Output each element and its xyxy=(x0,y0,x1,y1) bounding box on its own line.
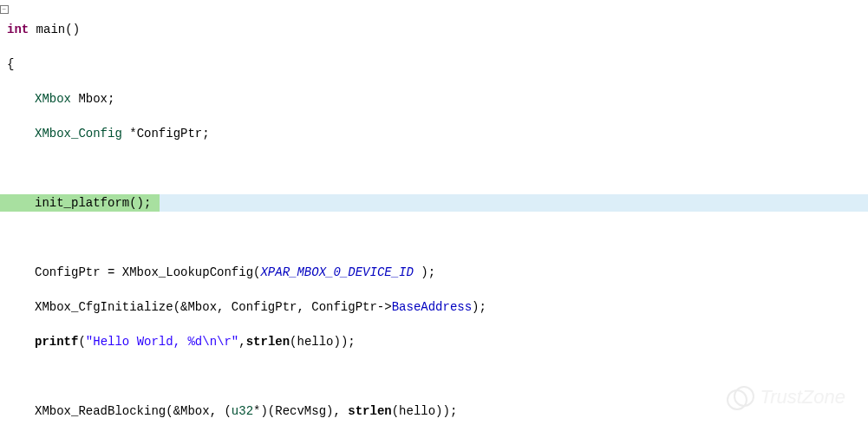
code-editor: int main() { XMbox Mbox; XMbox_Config *C… xyxy=(0,0,868,438)
highlighted-line: init_platform(); xyxy=(0,194,868,212)
func-strlen: strlen xyxy=(348,404,391,418)
func-strlen: strlen xyxy=(246,335,290,349)
code-line: XMbox Mbox; xyxy=(0,90,868,108)
code-line: XMbox_Config *ConfigPtr; xyxy=(0,125,868,142)
func-printf: printf xyxy=(35,335,78,349)
blank-line xyxy=(0,368,868,385)
code-line: printf("Hello World, %d\n\r",strlen(hell… xyxy=(0,333,868,350)
code-line: XMbox_CfgInitialize(&Mbox, ConfigPtr, Co… xyxy=(0,298,868,316)
type-xmbox: XMbox xyxy=(35,92,71,106)
field-baseaddress: BaseAddress xyxy=(392,300,472,314)
wechat-icon xyxy=(725,386,751,409)
string-literal: "Hello World, %d\n\r" xyxy=(86,335,238,349)
blank-line xyxy=(0,160,868,177)
fold-marker[interactable]: − xyxy=(0,5,9,14)
blank-line xyxy=(0,229,868,246)
watermark-text: TrustZone xyxy=(760,389,845,406)
code-line: { xyxy=(0,56,868,73)
keyword-int: int xyxy=(7,23,29,36)
watermark: TrustZone xyxy=(725,386,845,409)
type-xmbox-config: XMbox_Config xyxy=(35,127,122,141)
code-line: int main() xyxy=(0,21,868,38)
code-line: ConfigPtr = XMbox_LookupConfig(XPAR_MBOX… xyxy=(0,264,868,281)
